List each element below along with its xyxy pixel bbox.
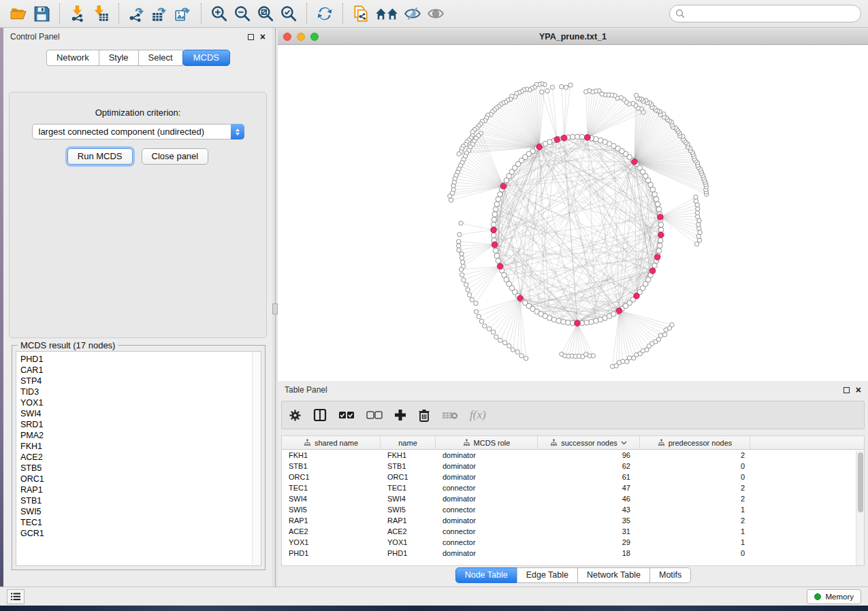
export-image-icon — [174, 5, 192, 22]
table-cell: 35 — [538, 515, 640, 526]
zoom-in-icon — [210, 5, 228, 22]
table-cell: 47 — [538, 482, 640, 493]
mcds-result-item[interactable]: PHD1 — [20, 354, 252, 365]
mcds-result-item[interactable]: ACE2 — [20, 452, 252, 463]
run-mcds-button[interactable]: Run MCDS — [67, 148, 133, 165]
tab-edge-table[interactable]: Edge Table — [517, 567, 578, 583]
search-box[interactable] — [669, 5, 861, 22]
tab-node-table[interactable]: Node Table — [455, 567, 517, 583]
close-panel-icon[interactable]: × — [260, 34, 266, 40]
close-table-panel-icon[interactable]: × — [856, 387, 861, 393]
export-image-button[interactable] — [172, 2, 195, 25]
splitter-grip[interactable] — [272, 303, 278, 314]
panel-splitter[interactable] — [272, 28, 278, 587]
mcds-result-item[interactable]: CAR1 — [20, 365, 252, 376]
select-all-button[interactable] — [338, 411, 355, 419]
control-panel: Control Panel × Network Style Select MCD… — [3, 28, 272, 587]
mcds-result-item[interactable]: YOX1 — [20, 397, 252, 408]
table-row[interactable]: TEC1TEC1connector472 — [282, 482, 864, 493]
network-graph[interactable] — [278, 45, 868, 381]
table-cell: 62 — [538, 461, 640, 472]
tab-select[interactable]: Select — [138, 50, 183, 66]
column-header-successor-nodes[interactable]: successor nodes — [538, 436, 640, 449]
task-history-button[interactable] — [7, 589, 25, 604]
memory-button[interactable]: Memory — [807, 589, 861, 604]
show-hide-columns-button[interactable] — [313, 408, 327, 422]
tab-motifs[interactable]: Motifs — [649, 567, 691, 583]
mcds-result-item[interactable]: STB1 — [20, 495, 252, 506]
column-header-mcds-role[interactable]: MCDS role — [436, 436, 538, 449]
delete-row-button[interactable] — [418, 409, 430, 422]
table-cell: FKH1 — [381, 450, 436, 461]
table-cell: STB1 — [282, 461, 381, 472]
mcds-result-item[interactable]: STB5 — [20, 463, 252, 474]
import-network-button[interactable] — [66, 2, 89, 25]
mcds-result-item[interactable]: SRD1 — [20, 419, 252, 430]
deselect-all-button[interactable] — [366, 411, 383, 419]
mcds-result-item[interactable]: TID3 — [20, 386, 252, 397]
mcds-result-item[interactable]: PMA2 — [20, 430, 252, 441]
network-window-titlebar[interactable]: YPA_prune.txt_1 — [278, 29, 868, 45]
table-cell: connector — [436, 504, 538, 515]
mcds-result-item[interactable]: FKH1 — [20, 441, 252, 452]
mcds-result-item[interactable]: TEC1 — [20, 517, 252, 528]
table-row[interactable]: PHD1PHD1dominator180 — [282, 548, 864, 559]
table-settings-button[interactable] — [289, 409, 302, 422]
mcds-result-item[interactable]: GCR1 — [20, 528, 252, 539]
hide-graphics-details-button[interactable] — [401, 2, 424, 25]
tab-network[interactable]: Network — [46, 50, 99, 66]
table-row[interactable]: FKH1FKH1dominator962 — [282, 450, 864, 461]
delete-table-button[interactable] — [442, 410, 458, 420]
memory-status-icon — [814, 593, 821, 600]
zoom-selected-button[interactable] — [277, 2, 300, 25]
mcds-result-item[interactable]: SWI4 — [20, 408, 252, 419]
table-scrollbar-thumb[interactable] — [858, 452, 863, 512]
table-row[interactable]: SWI5SWI5connector431 — [282, 504, 864, 515]
table-row[interactable]: SWI4SWI4dominator462 — [282, 493, 864, 504]
table-scrollbar[interactable] — [856, 450, 864, 565]
control-panel-header: Control Panel × — [3, 28, 272, 46]
zoom-in-button[interactable] — [208, 2, 231, 25]
columns-icon — [313, 408, 327, 422]
table-cell: ORC1 — [381, 472, 436, 482]
table-row[interactable]: ORC1ORC1dominator610 — [282, 472, 864, 482]
column-header-predecessor-nodes[interactable]: predecessor nodes — [640, 436, 750, 449]
checked-boxes-icon — [338, 411, 355, 419]
float-table-panel-icon[interactable] — [843, 387, 850, 393]
show-graphics-details-button[interactable] — [424, 2, 447, 25]
table-row[interactable]: STB1STB1dominator620 — [282, 461, 864, 472]
export-table-button[interactable] — [148, 2, 172, 25]
zoom-fit-button[interactable] — [254, 2, 277, 25]
tab-mcds[interactable]: MCDS — [182, 50, 230, 66]
add-row-button[interactable] — [394, 409, 406, 421]
desktop-wallpaper-bottom — [0, 606, 868, 611]
export-network-button[interactable] — [125, 2, 148, 25]
function-builder-button[interactable]: f(x) — [470, 408, 486, 422]
network-overview-button[interactable] — [372, 2, 401, 25]
mcds-result-item[interactable]: RAP1 — [20, 484, 252, 495]
close-panel-button[interactable]: Close panel — [142, 148, 209, 165]
refresh-button[interactable] — [313, 2, 336, 25]
column-header-name[interactable]: name — [381, 436, 436, 449]
float-panel-icon[interactable] — [248, 34, 254, 40]
mcds-list-scrollbar[interactable] — [252, 352, 261, 565]
import-table-button[interactable] — [89, 2, 112, 25]
save-session-button[interactable] — [30, 2, 53, 25]
table-row[interactable]: YOX1YOX1connector291 — [282, 537, 864, 548]
tab-network-table[interactable]: Network Table — [577, 567, 650, 583]
mcds-result-item[interactable]: ORC1 — [20, 474, 252, 484]
table-cell: 43 — [538, 504, 640, 515]
table-row[interactable]: ACE2ACE2connector311 — [282, 526, 864, 537]
optimization-criterion-select[interactable]: largest connected component (undirected) — [32, 124, 244, 139]
table-row[interactable]: RAP1RAP1dominator352 — [282, 515, 864, 526]
column-header-shared-name[interactable]: shared name — [282, 436, 381, 449]
clone-network-button[interactable] — [349, 2, 372, 25]
tab-style[interactable]: Style — [99, 50, 139, 66]
search-input[interactable] — [688, 9, 855, 18]
mcds-result-item[interactable]: SWI5 — [20, 506, 252, 517]
export-network-icon — [128, 5, 146, 22]
open-file-button[interactable] — [7, 2, 30, 25]
zoom-out-button[interactable] — [231, 2, 254, 25]
mcds-result-item[interactable]: STP4 — [20, 376, 252, 386]
toolbar-separator — [201, 3, 202, 24]
